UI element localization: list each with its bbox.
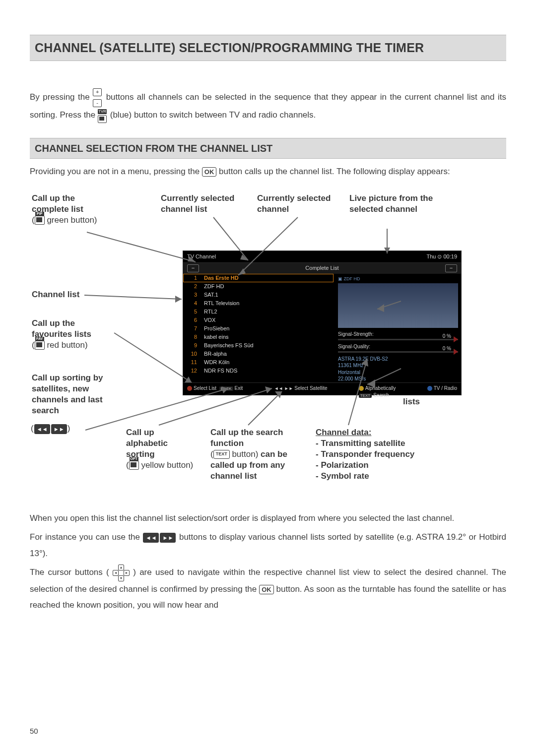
red-button-icon: FAV: [35, 341, 45, 350]
table-row[interactable]: 8kabel eins: [183, 333, 334, 341]
osd-footer: Select List BACKExit ◄◄ ►► Select Satell…: [183, 382, 461, 401]
yellow-button-icon: OPT: [129, 461, 139, 470]
diagram: Call up the complete list (PIP green but…: [30, 190, 506, 507]
rew-fwd-icon: ◄◄►►: [142, 529, 176, 545]
callout-channel-data: Channel data: - Transmitting satellite -…: [316, 427, 445, 482]
osd-preview-label: ▣ ZDF HD: [338, 276, 458, 282]
ok-button-icon: OK: [259, 585, 274, 594]
paragraph-satellite-sort: For instance you can use the ◄◄►► button…: [30, 529, 506, 562]
page-title: CHANNEL (SATELLITE) SELECTION/PROGRAMMIN…: [30, 35, 506, 61]
osd-prev-icon[interactable]: −: [187, 264, 199, 272]
osd-next-icon[interactable]: −: [445, 264, 457, 272]
table-row[interactable]: 6VOX: [183, 316, 334, 324]
table-row[interactable]: 5RTL2: [183, 308, 334, 316]
table-row[interactable]: 7ProSieben: [183, 324, 334, 333]
cursor-pad-icon: ▴ ◂ ▸ ▾: [113, 565, 130, 581]
table-row[interactable]: 12NDR FS NDS: [183, 367, 334, 375]
green-button-icon: PIP: [35, 216, 45, 225]
callout-alpha: Call upalphabeticsorting (OPT yellow but…: [126, 427, 201, 471]
table-row[interactable]: 11WDR Köln: [183, 358, 334, 367]
text: (blue) button to switch between TV and r…: [110, 110, 316, 120]
channel-list-osd: TV Channel Thu ⊙ 00:19 − Complete List −…: [183, 251, 462, 395]
paragraph-ok-button: Providing you are not in a menu, pressin…: [30, 164, 506, 180]
table-row[interactable]: 2ZDF HD: [183, 282, 334, 291]
text: For instance you can use the: [30, 532, 142, 542]
text: Providing you are not in a menu, pressin…: [30, 167, 202, 176]
paragraph-after-list: When you open this list the channel list…: [30, 510, 506, 526]
tvr-blue-button-icon: TVR: [98, 109, 108, 122]
table-row[interactable]: 1Das Erste HD: [183, 274, 334, 282]
rew-fwd-callout-icon: (◄◄►►): [31, 423, 70, 435]
callout-current-list: Currently selected channel list: [161, 193, 245, 215]
callout-sorting: Call up sorting by satellites, new chann…: [32, 373, 124, 416]
svg-line-10: [114, 333, 192, 382]
page-number: 50: [30, 726, 38, 736]
table-row[interactable]: 4RTL Television: [183, 299, 334, 308]
callout-live-picture: Live picture from the selected channel: [349, 193, 439, 215]
table-row[interactable]: 9Bayerisches FS Süd: [183, 341, 334, 350]
osd-list-name: Complete List: [305, 264, 338, 272]
ok-button-icon: OK: [202, 167, 217, 177]
osd-channel-data: ASTRA 19.2E DVB-S211361 MHzHorizontal22.…: [338, 356, 458, 382]
plus-minus-icon: + -: [93, 88, 103, 107]
text: The cursor buttons (: [30, 567, 109, 577]
paragraph-cursor: The cursor buttons ( ▴ ◂ ▸ ▾ ) are used …: [30, 565, 506, 614]
callout-current-channel: Currently selected channel: [257, 193, 341, 215]
table-row[interactable]: 10BR-alpha: [183, 350, 334, 358]
osd-title: TV Channel: [187, 253, 216, 260]
osd-preview: [338, 283, 458, 328]
osd-channel-table[interactable]: 1Das Erste HD2ZDF HD3SAT.14RTL Televisio…: [183, 274, 334, 375]
text-button-icon: TEXT: [213, 450, 230, 459]
callout-channel-list: Channel list: [32, 289, 79, 300]
callout-complete-list: Call up the complete list (PIP green but…: [32, 193, 111, 226]
signal-strength-bar: [338, 339, 458, 340]
callout-search: Call up the search function (TEXT button…: [210, 427, 310, 482]
signal-strength-label: Signal-Strength:: [338, 331, 458, 338]
text: button calls up the channel list. The fo…: [219, 167, 450, 176]
svg-line-8: [84, 295, 182, 299]
osd-clock: Thu ⊙ 00:19: [426, 253, 457, 260]
signal-quality-label: Signal-Quality:: [338, 343, 458, 350]
text: By pressing the: [30, 92, 93, 102]
signal-quality-bar: [338, 351, 458, 353]
callout-favourites: Call up the favourites lists (FAV red bu…: [32, 318, 116, 351]
paragraph-channel-buttons: By pressing the + - buttons all channels…: [30, 88, 506, 123]
table-row[interactable]: 3SAT.1: [183, 291, 334, 299]
svg-line-0: [87, 232, 196, 262]
svg-marker-9: [175, 296, 182, 303]
section-heading: CHANNEL SELECTION FROM THE CHANNEL LIST: [30, 138, 506, 159]
